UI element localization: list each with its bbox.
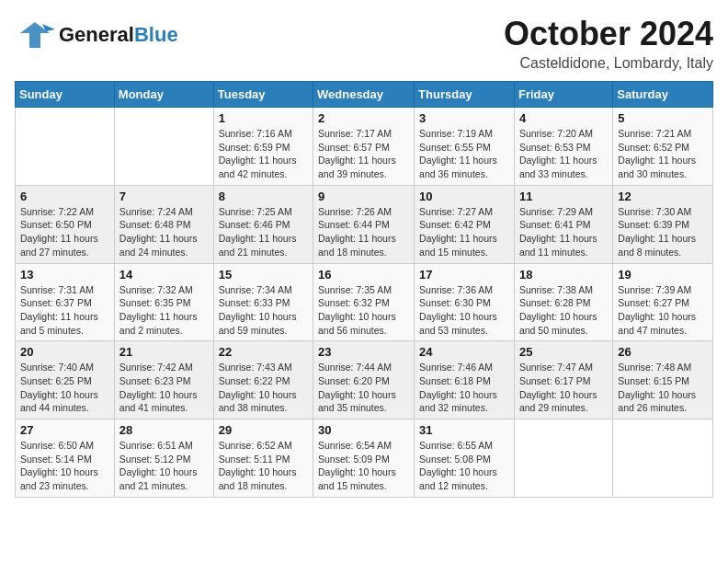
day-info: Sunrise: 7:16 AM Sunset: 6:59 PM Dayligh… [219, 127, 308, 181]
day-number: 16 [318, 268, 409, 282]
calendar-cell: 2Sunrise: 7:17 AM Sunset: 6:57 PM Daylig… [313, 108, 415, 186]
day-info: Sunrise: 7:46 AM Sunset: 6:18 PM Dayligh… [419, 361, 509, 415]
calendar-cell: 21Sunrise: 7:42 AM Sunset: 6:23 PM Dayli… [114, 341, 213, 419]
calendar-cell: 14Sunrise: 7:32 AM Sunset: 6:35 PM Dayli… [114, 263, 213, 341]
day-info: Sunrise: 7:22 AM Sunset: 6:50 PM Dayligh… [20, 205, 109, 259]
page-header: GeneralBlue October 2024 Casteldidone, L… [15, 15, 713, 72]
day-number: 25 [519, 345, 608, 359]
calendar-header: SundayMondayTuesdayWednesdayThursdayFrid… [16, 82, 713, 108]
day-info: Sunrise: 6:52 AM Sunset: 5:11 PM Dayligh… [219, 439, 308, 493]
day-info: Sunrise: 7:31 AM Sunset: 6:37 PM Dayligh… [20, 283, 109, 338]
calendar-cell: 22Sunrise: 7:43 AM Sunset: 6:22 PM Dayli… [213, 341, 313, 419]
day-number: 24 [419, 345, 509, 359]
day-number: 19 [618, 268, 708, 282]
day-info: Sunrise: 7:35 AM Sunset: 6:32 PM Dayligh… [318, 283, 409, 338]
calendar-week-row: 1Sunrise: 7:16 AM Sunset: 6:59 PM Daylig… [16, 108, 713, 186]
calendar-cell: 9Sunrise: 7:26 AM Sunset: 6:44 PM Daylig… [313, 185, 415, 263]
day-number: 13 [20, 268, 109, 282]
calendar-cell: 20Sunrise: 7:40 AM Sunset: 6:25 PM Dayli… [16, 341, 115, 419]
day-number: 7 [119, 190, 209, 203]
calendar-cell: 5Sunrise: 7:21 AM Sunset: 6:52 PM Daylig… [613, 108, 713, 186]
logo-blue: Blue [134, 23, 178, 46]
day-info: Sunrise: 7:34 AM Sunset: 6:33 PM Dayligh… [219, 283, 308, 338]
day-info: Sunrise: 7:43 AM Sunset: 6:22 PM Dayligh… [219, 361, 308, 415]
location-title: Casteldidone, Lombardy, Italy [504, 55, 713, 72]
day-info: Sunrise: 7:48 AM Sunset: 6:15 PM Dayligh… [618, 361, 708, 415]
calendar-cell: 3Sunrise: 7:19 AM Sunset: 6:55 PM Daylig… [415, 108, 515, 186]
day-info: Sunrise: 7:21 AM Sunset: 6:52 PM Dayligh… [618, 127, 708, 181]
day-number: 22 [219, 345, 308, 359]
calendar-cell: 11Sunrise: 7:29 AM Sunset: 6:41 PM Dayli… [514, 185, 612, 263]
day-info: Sunrise: 6:51 AM Sunset: 5:12 PM Dayligh… [119, 439, 209, 493]
calendar-cell: 28Sunrise: 6:51 AM Sunset: 5:12 PM Dayli… [114, 419, 213, 498]
day-info: Sunrise: 6:55 AM Sunset: 5:08 PM Dayligh… [419, 439, 509, 493]
day-number: 17 [419, 268, 509, 282]
calendar-cell: 30Sunrise: 6:54 AM Sunset: 5:09 PM Dayli… [313, 419, 415, 498]
calendar-cell: 8Sunrise: 7:25 AM Sunset: 6:46 PM Daylig… [213, 185, 313, 263]
day-number: 31 [419, 423, 509, 437]
day-info: Sunrise: 7:25 AM Sunset: 6:46 PM Dayligh… [219, 205, 308, 259]
day-info: Sunrise: 6:50 AM Sunset: 5:14 PM Dayligh… [20, 439, 109, 493]
day-info: Sunrise: 7:38 AM Sunset: 6:28 PM Dayligh… [519, 283, 608, 338]
day-number: 21 [119, 345, 209, 359]
calendar-cell [613, 419, 713, 498]
calendar-cell: 23Sunrise: 7:44 AM Sunset: 6:20 PM Dayli… [313, 341, 415, 419]
calendar-cell: 1Sunrise: 7:16 AM Sunset: 6:59 PM Daylig… [213, 108, 313, 186]
weekday-header: Sunday [16, 82, 115, 108]
day-number: 30 [318, 423, 409, 437]
day-info: Sunrise: 7:20 AM Sunset: 6:53 PM Dayligh… [519, 127, 608, 181]
weekday-header: Thursday [415, 82, 515, 108]
calendar-cell: 24Sunrise: 7:46 AM Sunset: 6:18 PM Dayli… [415, 341, 515, 419]
day-info: Sunrise: 7:36 AM Sunset: 6:30 PM Dayligh… [419, 283, 509, 338]
day-number: 18 [519, 268, 608, 282]
calendar-cell: 12Sunrise: 7:30 AM Sunset: 6:39 PM Dayli… [613, 185, 713, 263]
calendar-cell: 4Sunrise: 7:20 AM Sunset: 6:53 PM Daylig… [514, 108, 612, 186]
day-info: Sunrise: 7:40 AM Sunset: 6:25 PM Dayligh… [20, 361, 109, 415]
day-number: 26 [618, 345, 708, 359]
title-area: October 2024 Casteldidone, Lombardy, Ita… [504, 15, 713, 72]
day-number: 2 [318, 111, 409, 125]
day-info: Sunrise: 7:27 AM Sunset: 6:42 PM Dayligh… [419, 205, 509, 259]
day-number: 8 [219, 190, 308, 203]
day-info: Sunrise: 7:47 AM Sunset: 6:17 PM Dayligh… [519, 361, 608, 415]
day-info: Sunrise: 7:30 AM Sunset: 6:39 PM Dayligh… [618, 205, 708, 259]
weekday-header: Friday [514, 82, 612, 108]
calendar-cell: 19Sunrise: 7:39 AM Sunset: 6:27 PM Dayli… [613, 263, 713, 341]
calendar-cell: 6Sunrise: 7:22 AM Sunset: 6:50 PM Daylig… [16, 185, 115, 263]
calendar-cell [514, 419, 612, 498]
day-info: Sunrise: 7:26 AM Sunset: 6:44 PM Dayligh… [318, 205, 409, 259]
day-number: 4 [519, 111, 608, 125]
calendar-body: 1Sunrise: 7:16 AM Sunset: 6:59 PM Daylig… [16, 108, 713, 498]
logo-bird-icon [15, 15, 55, 55]
day-info: Sunrise: 7:44 AM Sunset: 6:20 PM Dayligh… [318, 361, 409, 415]
day-number: 14 [119, 268, 209, 282]
day-info: Sunrise: 7:17 AM Sunset: 6:57 PM Dayligh… [318, 127, 409, 181]
day-number: 27 [20, 423, 109, 437]
month-title: October 2024 [504, 15, 713, 53]
calendar-cell: 13Sunrise: 7:31 AM Sunset: 6:37 PM Dayli… [16, 263, 115, 341]
day-info: Sunrise: 7:32 AM Sunset: 6:35 PM Dayligh… [119, 283, 209, 338]
calendar-cell: 18Sunrise: 7:38 AM Sunset: 6:28 PM Dayli… [514, 263, 612, 341]
calendar-cell: 15Sunrise: 7:34 AM Sunset: 6:33 PM Dayli… [213, 263, 313, 341]
calendar-week-row: 6Sunrise: 7:22 AM Sunset: 6:50 PM Daylig… [16, 185, 713, 263]
calendar-week-row: 20Sunrise: 7:40 AM Sunset: 6:25 PM Dayli… [16, 341, 713, 419]
day-number: 23 [318, 345, 409, 359]
calendar-table: SundayMondayTuesdayWednesdayThursdayFrid… [15, 81, 713, 498]
calendar-cell: 27Sunrise: 6:50 AM Sunset: 5:14 PM Dayli… [16, 419, 115, 498]
day-number: 12 [618, 190, 708, 203]
calendar-week-row: 13Sunrise: 7:31 AM Sunset: 6:37 PM Dayli… [16, 263, 713, 341]
day-number: 5 [618, 111, 708, 125]
day-number: 3 [419, 111, 509, 125]
logo: GeneralBlue [15, 15, 178, 55]
day-info: Sunrise: 7:39 AM Sunset: 6:27 PM Dayligh… [618, 283, 708, 338]
calendar-cell: 17Sunrise: 7:36 AM Sunset: 6:30 PM Dayli… [415, 263, 515, 341]
day-number: 11 [519, 190, 608, 203]
day-number: 20 [20, 345, 109, 359]
day-number: 9 [318, 190, 409, 203]
weekday-row: SundayMondayTuesdayWednesdayThursdayFrid… [16, 82, 713, 108]
calendar-cell [16, 108, 115, 186]
calendar-cell: 31Sunrise: 6:55 AM Sunset: 5:08 PM Dayli… [415, 419, 515, 498]
calendar-cell: 26Sunrise: 7:48 AM Sunset: 6:15 PM Dayli… [613, 341, 713, 419]
calendar-cell: 25Sunrise: 7:47 AM Sunset: 6:17 PM Dayli… [514, 341, 612, 419]
day-number: 29 [219, 423, 308, 437]
